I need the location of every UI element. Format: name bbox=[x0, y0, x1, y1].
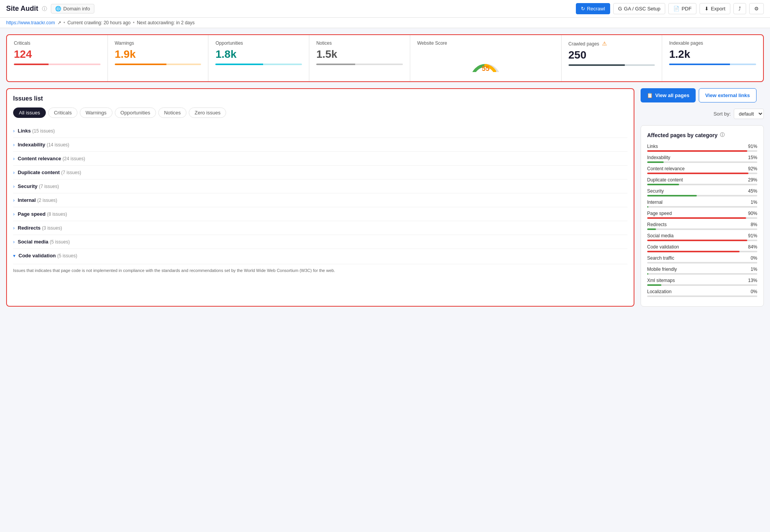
url-bar: https://www.traackr.com ↗ • Current craw… bbox=[0, 18, 770, 28]
progress-bar bbox=[647, 173, 757, 174]
issue-name: Code validation (5 issues) bbox=[18, 253, 77, 258]
progress-bar bbox=[647, 228, 757, 230]
pages-icon: 📋 bbox=[647, 92, 653, 98]
info-icon: ⓘ bbox=[720, 132, 725, 138]
chevron-icon: › bbox=[13, 142, 15, 148]
category-pct: 13% bbox=[748, 278, 757, 283]
pdf-button[interactable]: 📄 PDF bbox=[668, 3, 696, 14]
filter-tab-criticals[interactable]: Criticals bbox=[48, 107, 77, 118]
share-icon: ⤴ bbox=[738, 6, 741, 12]
chevron-icon: › bbox=[13, 225, 15, 231]
gear-icon: ⚙ bbox=[754, 6, 759, 12]
stat-notices[interactable]: Notices 1.5k bbox=[309, 35, 410, 81]
main-content: Criticals 124 Warnings 1.9k Opportunitie… bbox=[0, 28, 770, 313]
criticals-label: Criticals bbox=[14, 40, 101, 46]
progress-bar-fill bbox=[647, 240, 747, 241]
category-pct: 1% bbox=[751, 267, 757, 272]
issue-name: Duplicate content (7 issues) bbox=[18, 170, 81, 175]
progress-bar-fill bbox=[647, 217, 746, 219]
stat-warnings[interactable]: Warnings 1.9k bbox=[108, 35, 209, 81]
stat-indexable-pages[interactable]: Indexable pages 1.2k bbox=[662, 35, 763, 81]
filter-tab-opportunities[interactable]: Opportunities bbox=[115, 107, 156, 118]
chevron-icon: › bbox=[13, 211, 15, 217]
issue-name: Page speed (8 issues) bbox=[18, 211, 67, 217]
warnings-bar bbox=[115, 64, 201, 65]
sort-select[interactable]: default bbox=[734, 109, 764, 119]
external-link-icon: ↗ bbox=[57, 20, 61, 25]
indexable-pages-bar bbox=[669, 64, 756, 65]
category-row: Page speed90% bbox=[647, 211, 757, 219]
recrawl-button[interactable]: ↻ Recrawl bbox=[576, 3, 610, 14]
category-row: Content relevance92% bbox=[647, 166, 757, 174]
category-row: Duplicate content29% bbox=[647, 177, 757, 185]
filter-tab-warnings[interactable]: Warnings bbox=[80, 107, 112, 118]
ga-gsc-button[interactable]: G GA / GSC Setup bbox=[613, 3, 666, 14]
category-pct: 84% bbox=[748, 244, 757, 250]
stat-website-score[interactable]: Website Score 55 bbox=[410, 35, 562, 81]
issue-row[interactable]: ›Content relevance (24 issues) bbox=[13, 152, 627, 166]
settings-button[interactable]: ⚙ bbox=[749, 3, 764, 14]
view-external-links-button[interactable]: View external links bbox=[699, 88, 757, 102]
chevron-icon: › bbox=[13, 239, 15, 245]
progress-bar bbox=[647, 251, 757, 252]
issues-title: Issues list bbox=[13, 95, 627, 102]
stat-opportunities[interactable]: Opportunities 1.8k bbox=[208, 35, 309, 81]
issue-row[interactable]: ›Links (15 issues) bbox=[13, 124, 627, 138]
recrawl-icon: ↻ bbox=[581, 6, 585, 12]
issue-row[interactable]: ›Page speed (8 issues) bbox=[13, 207, 627, 221]
indexable-pages-label: Indexable pages bbox=[669, 40, 756, 46]
issue-name: Social media (5 issues) bbox=[18, 239, 70, 245]
opportunities-bar bbox=[215, 64, 302, 65]
category-pct: 1% bbox=[751, 200, 757, 205]
view-all-pages-button[interactable]: 📋 View all pages bbox=[641, 88, 696, 102]
stat-crawled-pages[interactable]: Crawled pages ⚠ 250 bbox=[562, 35, 663, 81]
site-url-link[interactable]: https://www.traackr.com bbox=[6, 20, 55, 25]
domain-info-icon: 🌐 bbox=[55, 6, 61, 12]
notices-value: 1.5k bbox=[316, 48, 403, 60]
bottom-section: Issues list All issuesCriticalsWarningsO… bbox=[6, 88, 764, 307]
category-panel-title: Affected pages by category ⓘ bbox=[647, 132, 757, 138]
issue-row[interactable]: ›Social media (5 issues) bbox=[13, 235, 627, 249]
export-button[interactable]: ⬇ Export bbox=[700, 3, 730, 14]
indexable-pages-value: 1.2k bbox=[669, 48, 756, 60]
category-row: Search traffic0% bbox=[647, 255, 757, 263]
issue-row[interactable]: ›Redirects (3 issues) bbox=[13, 221, 627, 235]
progress-bar bbox=[647, 184, 757, 185]
stat-criticals[interactable]: Criticals 124 bbox=[7, 35, 108, 81]
domain-info-button[interactable]: 🌐 Domain info bbox=[51, 4, 94, 13]
category-pct: 0% bbox=[751, 289, 757, 294]
help-icon[interactable]: ⓘ bbox=[42, 5, 47, 12]
filter-tab-zero-issues[interactable]: Zero issues bbox=[189, 107, 226, 118]
issue-row[interactable]: ›Security (7 issues) bbox=[13, 180, 627, 193]
chevron-icon: › bbox=[13, 184, 15, 189]
progress-bar bbox=[647, 240, 757, 241]
notices-bar bbox=[316, 64, 403, 65]
filter-tab-all-issues[interactable]: All issues bbox=[13, 107, 46, 118]
progress-bar-fill bbox=[647, 161, 664, 163]
gauge-wrapper: 55 bbox=[468, 52, 503, 72]
chevron-icon: › bbox=[13, 170, 15, 175]
category-pct: 91% bbox=[748, 233, 757, 238]
chevron-icon: › bbox=[13, 128, 15, 134]
crawled-pages-value: 250 bbox=[569, 49, 655, 61]
progress-bar-fill bbox=[647, 195, 697, 196]
page-title: Site Audit bbox=[6, 5, 38, 13]
export-icon: ⬇ bbox=[705, 6, 709, 12]
issue-row[interactable]: ›Internal (2 issues) bbox=[13, 193, 627, 207]
opportunities-label: Opportunities bbox=[215, 40, 302, 46]
action-buttons: 📋 View all pages View external links bbox=[641, 88, 764, 102]
next-crawl: Next autocrawling: in 2 days bbox=[137, 20, 195, 25]
google-icon: G bbox=[618, 6, 622, 12]
share-button[interactable]: ⤴ bbox=[733, 3, 746, 14]
issue-row[interactable]: ›Duplicate content (7 issues) bbox=[13, 166, 627, 180]
progress-bar-fill bbox=[647, 173, 748, 174]
filter-tab-notices[interactable]: Notices bbox=[158, 107, 186, 118]
issue-name: Indexability (14 issues) bbox=[18, 142, 69, 148]
category-name: Internal bbox=[647, 200, 663, 205]
issue-row[interactable]: ›Indexability (14 issues) bbox=[13, 138, 627, 152]
category-name: Social media bbox=[647, 233, 674, 238]
chevron-icon: › bbox=[13, 198, 15, 203]
issue-row[interactable]: ▾Code validation (5 issues) bbox=[13, 249, 627, 262]
progress-bar-fill bbox=[647, 251, 740, 252]
issue-name: Redirects (3 issues) bbox=[18, 225, 62, 231]
